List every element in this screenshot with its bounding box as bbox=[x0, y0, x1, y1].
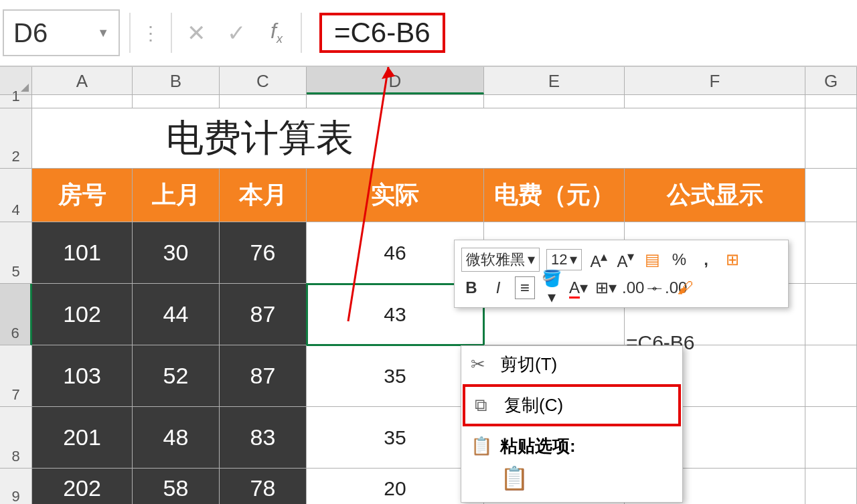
decrease-font-icon[interactable]: A▾ bbox=[615, 248, 635, 271]
separator bbox=[171, 13, 172, 53]
row-header-6[interactable]: 6 bbox=[0, 284, 32, 345]
percent-icon[interactable]: % bbox=[669, 250, 689, 269]
decrease-decimal-icon[interactable]: ←.00 bbox=[649, 278, 669, 297]
cell[interactable]: 202 bbox=[32, 469, 133, 504]
cell[interactable] bbox=[805, 345, 857, 407]
column-headers: A B C D E F G bbox=[0, 67, 857, 95]
mini-toolbar: 微软雅黑▾ 12▾ A▴ A▾ ▤ % , ⊞ B I ≡ 🪣▾ A▾ ⊞▾ .… bbox=[454, 240, 789, 308]
font-color-icon[interactable]: A▾ bbox=[568, 278, 589, 297]
cell[interactable] bbox=[805, 222, 857, 284]
context-menu: ✂ 剪切(T) ⧉ 复制(C) 📋 粘贴选项: 📋 bbox=[461, 345, 683, 503]
paste-icon: 📋 bbox=[500, 465, 528, 491]
cell[interactable]: 78 bbox=[220, 469, 307, 504]
paste-option-default[interactable]: 📋 bbox=[461, 465, 682, 502]
border-icon[interactable]: ⊞▾ bbox=[595, 278, 615, 297]
col-header-B[interactable]: B bbox=[133, 67, 220, 94]
cell[interactable]: 44 bbox=[133, 284, 220, 345]
cell[interactable]: 101 bbox=[32, 222, 133, 284]
bold-icon[interactable]: B bbox=[461, 278, 481, 297]
row-header-9[interactable]: 9 bbox=[0, 469, 32, 504]
fx-icon[interactable]: fx bbox=[256, 19, 297, 46]
cell[interactable] bbox=[307, 95, 484, 108]
cell[interactable]: 35 bbox=[307, 407, 484, 469]
menu-cut[interactable]: ✂ 剪切(T) bbox=[461, 346, 682, 383]
formula-input[interactable]: =C6-B6 bbox=[306, 9, 857, 56]
col-header-D[interactable]: D bbox=[307, 67, 484, 94]
col-header-F[interactable]: F bbox=[625, 67, 805, 94]
align-icon[interactable]: ≡ bbox=[515, 276, 535, 299]
cell[interactable]: 83 bbox=[220, 407, 307, 469]
cell[interactable] bbox=[805, 407, 857, 469]
header-actual[interactable]: 实际 bbox=[307, 169, 484, 222]
chevron-down-icon: ▾ bbox=[528, 251, 535, 268]
menu-paste-label: 粘贴选项: bbox=[500, 434, 576, 458]
clipboard-icon: 📋 bbox=[471, 436, 491, 456]
formula-text: =C6-B6 bbox=[319, 13, 445, 53]
cancel-icon[interactable]: ✕ bbox=[176, 19, 216, 46]
chevron-down-icon[interactable]: ▼ bbox=[97, 26, 109, 40]
fill-color-icon[interactable]: 🪣▾ bbox=[542, 269, 562, 307]
cell[interactable]: 201 bbox=[32, 407, 133, 469]
cell[interactable]: 87 bbox=[220, 284, 307, 345]
formula-bar: D6 ▼ ⋮ ✕ ✓ fx =C6-B6 bbox=[0, 0, 857, 67]
menu-paste-options: 📋 粘贴选项: bbox=[461, 428, 682, 465]
chevron-down-icon: ▾ bbox=[570, 251, 577, 268]
table-icon[interactable]: ⊞ bbox=[722, 250, 743, 269]
cell[interactable]: 20 bbox=[307, 469, 484, 504]
cell[interactable]: 30 bbox=[133, 222, 220, 284]
cell[interactable] bbox=[805, 284, 857, 345]
col-header-A[interactable]: A bbox=[32, 67, 133, 94]
row-header-8[interactable]: 8 bbox=[0, 407, 32, 469]
cell[interactable] bbox=[805, 169, 857, 222]
cell[interactable] bbox=[133, 95, 220, 108]
cell[interactable]: 48 bbox=[133, 407, 220, 469]
cell[interactable] bbox=[805, 95, 857, 108]
increase-font-icon[interactable]: A▴ bbox=[589, 248, 609, 271]
row-header-4[interactable]: 4 bbox=[0, 169, 32, 222]
cell[interactable]: 87 bbox=[220, 345, 307, 407]
row-header-2[interactable]: 2 bbox=[0, 108, 32, 169]
sheet-title: 电费计算表 bbox=[166, 113, 354, 164]
header-formula[interactable]: 公式显示 bbox=[625, 169, 805, 222]
header-last[interactable]: 上月 bbox=[133, 169, 220, 222]
col-header-C[interactable]: C bbox=[220, 67, 307, 94]
increase-decimal-icon[interactable]: .00→ bbox=[622, 278, 642, 297]
cell[interactable] bbox=[220, 95, 307, 108]
cell[interactable]: 76 bbox=[220, 222, 307, 284]
header-this[interactable]: 本月 bbox=[220, 169, 307, 222]
cell[interactable]: 102 bbox=[32, 284, 133, 345]
name-box-value: D6 bbox=[13, 18, 48, 48]
font-select[interactable]: 微软雅黑▾ bbox=[461, 248, 540, 272]
name-box[interactable]: D6 ▼ bbox=[3, 9, 120, 56]
row-header-7[interactable]: 7 bbox=[0, 345, 32, 407]
accept-icon[interactable]: ✓ bbox=[216, 19, 256, 46]
col-header-G[interactable]: G bbox=[805, 67, 857, 94]
separator bbox=[129, 13, 131, 53]
cell[interactable]: 35 bbox=[307, 345, 484, 407]
header-room[interactable]: 房号 bbox=[32, 169, 133, 222]
menu-cut-label: 剪切(T) bbox=[500, 353, 557, 376]
copy-icon: ⧉ bbox=[475, 395, 495, 416]
cell[interactable] bbox=[805, 108, 857, 169]
menu-copy[interactable]: ⧉ 复制(C) bbox=[463, 384, 681, 426]
row-header-5[interactable]: 5 bbox=[0, 222, 32, 284]
title-cell[interactable]: 电费计算表 bbox=[32, 108, 805, 169]
cell[interactable]: 58 bbox=[133, 469, 220, 504]
cell[interactable] bbox=[32, 95, 133, 108]
size-select[interactable]: 12▾ bbox=[546, 249, 582, 270]
format-painter-icon[interactable]: 🖌 bbox=[676, 278, 696, 297]
cell[interactable] bbox=[484, 95, 625, 108]
italic-icon[interactable]: I bbox=[488, 278, 508, 297]
menu-copy-label: 复制(C) bbox=[504, 394, 563, 417]
comma-icon[interactable]: , bbox=[696, 250, 716, 269]
conditional-format-icon[interactable]: ▤ bbox=[642, 250, 662, 269]
cell[interactable] bbox=[805, 469, 857, 504]
cell[interactable] bbox=[625, 95, 805, 108]
more-icon[interactable]: ⋮ bbox=[135, 22, 167, 44]
cell[interactable]: 103 bbox=[32, 345, 133, 407]
scissors-icon: ✂ bbox=[471, 354, 491, 375]
col-header-E[interactable]: E bbox=[484, 67, 625, 94]
cell[interactable]: 52 bbox=[133, 345, 220, 407]
header-fee[interactable]: 电费（元） bbox=[484, 169, 625, 222]
row-header-1[interactable]: 1 bbox=[0, 95, 32, 108]
